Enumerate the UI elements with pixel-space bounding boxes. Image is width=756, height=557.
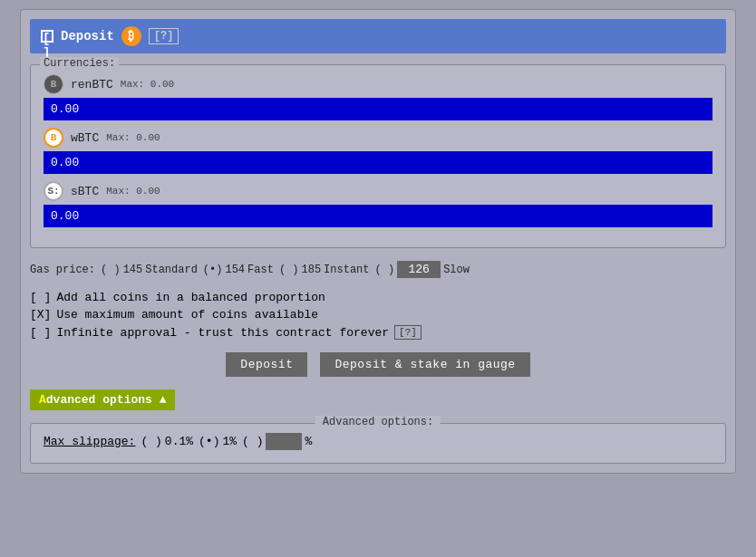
advanced-toggle-a: A	[39, 393, 46, 407]
advanced-section-label: Advanced options:	[315, 416, 441, 428]
slippage-01-radio: ( )	[141, 435, 161, 448]
gas-price-row: Gas price: ( ) 145 Standard (•) 154 Fast…	[30, 261, 726, 278]
gas-instant-option[interactable]: ( ) 185 Instant	[279, 264, 370, 276]
currencies-label: Currencies:	[40, 57, 119, 70]
gas-price-label: Gas price:	[30, 264, 95, 276]
renbtc-input[interactable]	[44, 98, 712, 120]
currency-row-wbtc: B wBTC Max: 0.00	[44, 128, 712, 174]
header-title: Deposit	[61, 29, 114, 43]
option-infinite-approval[interactable]: [ ] Infinite approval - trust this contr…	[30, 325, 726, 340]
option-max-amount[interactable]: [X] Use maximum amount of coins availabl…	[30, 308, 726, 322]
slippage-custom-input[interactable]	[266, 433, 302, 450]
wbtc-input[interactable]	[44, 151, 712, 174]
slippage-custom-option[interactable]: ( ) %	[242, 433, 312, 450]
gas-slow-label: Slow	[443, 264, 470, 276]
sbtc-max: Max: 0.00	[106, 186, 160, 197]
gas-standard-option[interactable]: ( ) 145 Standard	[101, 264, 198, 276]
main-container: [ ] Deposit ₿ [?] Currencies: B renBTC M…	[20, 9, 736, 474]
slippage-custom-radio: ( )	[242, 435, 263, 448]
slippage-1-radio: (•)	[199, 435, 219, 448]
balanced-label: Add all coins in a balanced proportion	[56, 291, 325, 304]
gas-fast-radio: (•)	[203, 264, 223, 276]
deposit-button-label: Deposit	[240, 358, 293, 371]
balanced-checkbox[interactable]: [ ]	[30, 291, 51, 304]
gas-slow-radio: ( )	[375, 264, 395, 276]
advanced-section: Advanced options: Max slippage: ( ) 0.1%…	[30, 423, 726, 464]
gas-fast-option[interactable]: (•) 154 Fast	[203, 264, 274, 276]
renbtc-icon: B	[44, 74, 63, 94]
currency-header-renbtc: B renBTC Max: 0.00	[44, 74, 712, 94]
gas-slow-option[interactable]: ( ) Slow	[375, 261, 470, 278]
wbtc-label: wBTC	[71, 131, 99, 145]
slippage-1-option[interactable]: (•) 1%	[199, 435, 237, 448]
max-amount-label: Use maximum amount of coins available	[56, 308, 318, 322]
deposit-checkbox[interactable]: [ ]	[41, 30, 53, 43]
slippage-row: Max slippage: ( ) 0.1% (•) 1% ( ) %	[44, 433, 712, 450]
currency-header-sbtc: S: sBTC Max: 0.00	[44, 181, 712, 201]
gas-instant-radio: ( )	[279, 264, 299, 276]
infinite-approval-label: Infinite approval - trust this contract …	[56, 326, 389, 340]
gas-instant-label: Instant	[324, 264, 369, 276]
header-help-badge[interactable]: [?]	[149, 28, 179, 44]
gas-standard-value: 145	[123, 264, 143, 276]
advanced-toggle-label: dvanced options ▲	[46, 393, 167, 407]
currency-row-sbtc: S: sBTC Max: 0.00	[44, 181, 712, 227]
wbtc-max: Max: 0.00	[106, 132, 160, 143]
infinite-approval-checkbox[interactable]: [ ]	[30, 326, 51, 340]
sbtc-icon: S:	[44, 181, 63, 201]
option-balanced[interactable]: [ ] Add all coins in a balanced proporti…	[30, 291, 726, 304]
gas-fast-label: Fast	[247, 264, 274, 276]
options-section: [ ] Add all coins in a balanced proporti…	[30, 291, 726, 340]
gas-standard-radio: ( )	[101, 264, 121, 276]
slippage-percent-label: %	[305, 435, 312, 448]
btc-icon: ₿	[121, 26, 141, 46]
sbtc-label: sBTC	[71, 185, 99, 198]
gas-instant-value: 185	[301, 264, 321, 276]
currencies-section: Currencies: B renBTC Max: 0.00 B wBTC Ma…	[30, 64, 726, 248]
max-amount-checkbox[interactable]: [X]	[30, 308, 51, 322]
slippage-label: Max slippage:	[44, 435, 135, 448]
deposit-button[interactable]: Deposit	[226, 352, 307, 377]
gas-standard-label: Standard	[145, 264, 198, 276]
buttons-row: Deposit Deposit & stake in gauge	[30, 352, 726, 377]
wbtc-icon: B	[44, 128, 63, 148]
deposit-stake-button-label: Deposit & stake in gauge	[334, 358, 515, 371]
deposit-stake-button[interactable]: Deposit & stake in gauge	[320, 352, 529, 377]
currency-header-wbtc: B wBTC Max: 0.00	[44, 128, 712, 148]
slippage-01-option[interactable]: ( ) 0.1%	[141, 435, 193, 448]
infinite-approval-help[interactable]: [?]	[394, 325, 422, 340]
gas-custom-input[interactable]	[397, 261, 441, 278]
currency-row-renbtc: B renBTC Max: 0.00	[44, 74, 712, 120]
renbtc-max: Max: 0.00	[121, 79, 174, 90]
sbtc-input[interactable]	[44, 205, 712, 227]
gas-fast-value: 154	[225, 264, 245, 276]
slippage-1-value: 1%	[222, 435, 237, 448]
slippage-01-value: 0.1%	[165, 435, 193, 448]
renbtc-label: renBTC	[71, 78, 113, 91]
header-bar: [ ] Deposit ₿ [?]	[30, 19, 726, 53]
